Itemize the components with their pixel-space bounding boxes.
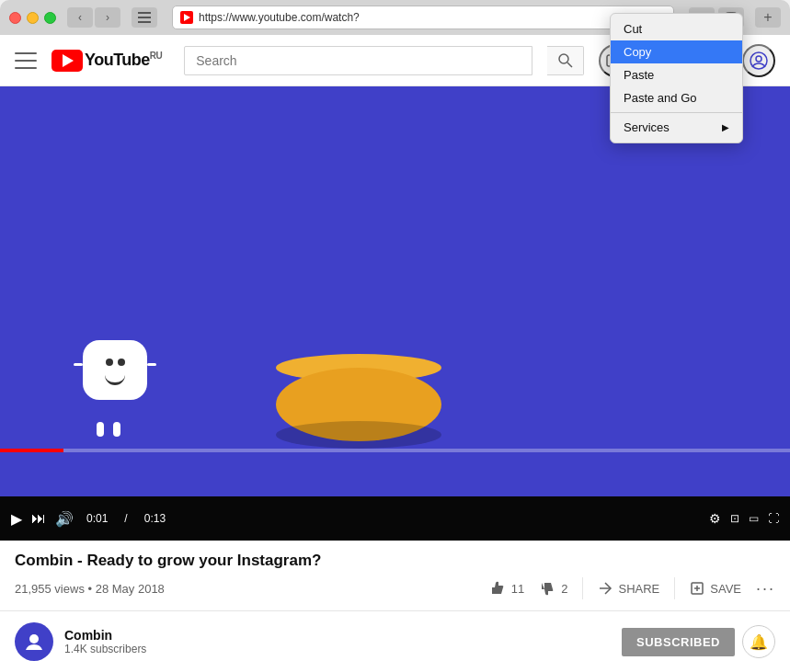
context-menu: Cut Copy Paste Paste and Go Services ▶ [610, 13, 743, 143]
video-coin [276, 368, 441, 441]
context-menu-copy[interactable]: Copy [611, 40, 742, 63]
context-menu-paste-go[interactable]: Paste and Go [611, 86, 742, 109]
video-frame[interactable] [0, 86, 790, 496]
channel-subscribers: 1.4K subscribers [64, 643, 611, 655]
youtube-logo[interactable]: YouTubeRU [52, 50, 162, 72]
settings-icon[interactable]: ⚙ [709, 511, 721, 526]
video-progress-fill [0, 449, 63, 452]
channel-avatar[interactable] [15, 622, 53, 661]
account-button[interactable] [742, 44, 775, 77]
nav-buttons: ‹ › [67, 7, 120, 28]
forward-button[interactable]: › [95, 7, 120, 28]
video-info: Combin - Ready to grow your Instagram? 2… [0, 541, 790, 610]
svg-point-23 [756, 56, 761, 62]
submenu-arrow-icon: ▶ [722, 122, 729, 132]
subscribe-button[interactable]: SUBSCRIBED [622, 628, 735, 656]
context-menu-services[interactable]: Services ▶ [611, 116, 742, 139]
video-container: ▶ ⏭ 🔊 0:01 / 0:13 ⚙ ⊡ ▭ ⛶ [0, 86, 790, 541]
svg-rect-1 [138, 17, 151, 18]
video-character [83, 340, 156, 423]
subscribe-area: SUBSCRIBED 🔔 [622, 625, 775, 658]
notification-bell-button[interactable]: 🔔 [742, 625, 775, 658]
context-menu-paste[interactable]: Paste [611, 63, 742, 86]
like-button[interactable]: 11 [489, 580, 524, 597]
new-tab-button[interactable]: + [755, 7, 781, 28]
video-title: Combin - Ready to grow your Instagram? [15, 552, 775, 570]
context-menu-cut[interactable]: Cut [611, 17, 742, 40]
time-separator: / [124, 512, 127, 525]
total-time: 0:13 [144, 512, 166, 525]
address-bar[interactable]: https://www.youtube.com/watch? [172, 6, 674, 29]
current-time: 0:01 [86, 512, 108, 525]
video-meta: 21,955 views • 28 May 2018 11 2 [15, 577, 775, 599]
maximize-button[interactable] [44, 12, 56, 24]
more-options-button[interactable]: ··· [756, 579, 775, 598]
search-input[interactable] [184, 46, 532, 75]
svg-point-7 [559, 54, 568, 63]
favicon [180, 11, 193, 24]
close-button[interactable] [9, 12, 21, 24]
video-controls: ▶ ⏭ 🔊 0:01 / 0:13 ⚙ ⊡ ▭ ⛶ [0, 496, 790, 541]
dislike-button[interactable]: 2 [539, 580, 567, 597]
youtube-logo-icon [52, 50, 83, 72]
play-button[interactable]: ▶ [11, 510, 22, 528]
theater-icon[interactable]: ▭ [749, 512, 759, 525]
title-bar: ‹ › https://www.youtube.com/watch? Cut C… [0, 0, 790, 35]
traffic-lights [9, 12, 56, 24]
video-actions: 11 2 SHARE SAVE [489, 577, 775, 599]
url-text: https://www.youtube.com/watch? [199, 11, 666, 24]
next-button[interactable]: ⏭ [31, 510, 46, 527]
minimize-button[interactable] [27, 12, 39, 24]
save-video-button[interactable]: SAVE [690, 581, 741, 596]
svg-rect-0 [138, 12, 151, 14]
search-button[interactable] [547, 46, 584, 75]
address-bar-container: https://www.youtube.com/watch? Cut Copy … [172, 6, 674, 29]
svg-line-8 [567, 63, 572, 67]
context-menu-separator [611, 112, 742, 113]
fullscreen-icon[interactable]: ⛶ [768, 512, 779, 525]
youtube-logo-text: YouTubeRU [85, 51, 162, 70]
video-scene [0, 86, 790, 496]
channel-details: Combin 1.4K subscribers [64, 628, 611, 655]
channel-name[interactable]: Combin [64, 628, 611, 643]
back-button[interactable]: ‹ [67, 7, 93, 28]
channel-info: Combin 1.4K subscribers SUBSCRIBED 🔔 [0, 610, 790, 672]
share-video-button[interactable]: SHARE [598, 582, 659, 596]
sidebar-button[interactable] [132, 7, 157, 28]
video-progress-bar[interactable] [0, 449, 790, 452]
volume-button[interactable]: 🔊 [55, 510, 74, 528]
svg-point-27 [29, 634, 39, 644]
miniplayer-icon[interactable]: ⊡ [730, 512, 739, 525]
svg-rect-2 [138, 21, 151, 23]
browser-window: ‹ › https://www.youtube.com/watch? Cut C… [0, 0, 790, 672]
video-views: 21,955 views • 28 May 2018 [15, 582, 165, 596]
youtube-region-tag: RU [150, 51, 162, 61]
hamburger-menu-icon[interactable] [15, 52, 37, 69]
